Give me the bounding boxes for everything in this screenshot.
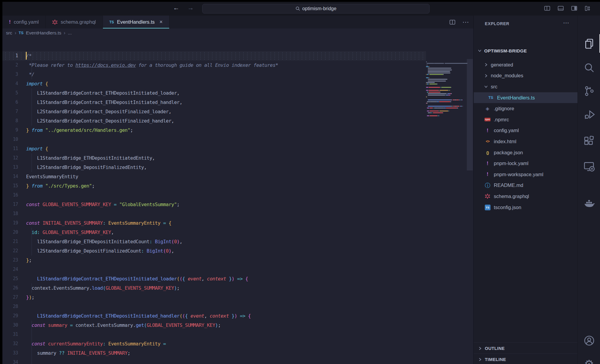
breadcrumb-item[interactable]: src xyxy=(6,30,12,36)
code-line-24[interactable] xyxy=(26,265,473,274)
customize-layout[interactable] xyxy=(584,5,591,12)
tree-item-.gitignore[interactable]: ◈.gitignore xyxy=(474,103,578,114)
breadcrumb-item[interactable]: ... xyxy=(68,30,72,36)
tree-item-config.yaml[interactable]: !config.yaml xyxy=(474,125,578,136)
minimap-line xyxy=(461,99,462,100)
code-line-34[interactable] xyxy=(26,358,473,364)
minimap-line xyxy=(447,93,450,94)
vertical-scrollbar[interactable] xyxy=(467,59,473,170)
split-editor-icon[interactable] xyxy=(449,19,456,25)
code-line-5[interactable]: L1StandardBridgeContract_ETHDepositIniti… xyxy=(26,88,473,98)
code-line-19[interactable]: const INITIAL_EVENTS_SUMMARY: EventsSumm… xyxy=(26,218,473,228)
minimap-line xyxy=(439,90,439,91)
code-line-8[interactable]: L2StandardBridgeContract_DepositFinalize… xyxy=(26,116,473,126)
activity-account[interactable] xyxy=(578,332,600,350)
tree-item-schema.graphql[interactable]: schema.graphql xyxy=(474,191,578,202)
tree-item-package.json[interactable]: {}package.json xyxy=(474,147,578,158)
activity-run-debug[interactable] xyxy=(578,105,600,123)
explorer-sidebar: EXPLORER ⋯ OPTIMISM-BRIDGE generatednode… xyxy=(473,16,578,364)
timeline-section[interactable]: TIMELINE xyxy=(474,354,578,364)
code-line-13[interactable]: L2StandardBridge_DepositFinalizedEntity, xyxy=(26,163,473,172)
code-line-31[interactable] xyxy=(26,330,473,339)
tree-item-tsconfig.json[interactable]: TStsconfig.json xyxy=(474,202,578,213)
code-line-22[interactable]: l2StandardBridge_DepositFinalizedCount: … xyxy=(26,246,473,256)
breadcrumb[interactable]: src›TSEventHandlers.ts›... xyxy=(6,28,72,37)
tree-item-.npmrc[interactable]: npm.npmrc xyxy=(474,114,578,125)
activity-settings[interactable]: ⚙ xyxy=(578,355,600,364)
tree-item-README.md[interactable]: ⓘREADME.md xyxy=(474,180,578,191)
chevron-right-icon xyxy=(484,73,488,78)
close-tab-icon[interactable]: × xyxy=(160,19,163,25)
minimap-line xyxy=(430,111,439,111)
nav-back-icon[interactable]: ← xyxy=(173,4,179,11)
code-line-23[interactable]: }; xyxy=(26,256,473,265)
minimap-line xyxy=(460,99,460,100)
tab-EventHandlers.ts[interactable]: TSEventHandlers.ts× xyxy=(103,16,170,28)
activity-docker[interactable] xyxy=(578,194,600,212)
toggle-panel[interactable] xyxy=(557,5,564,12)
code-line-14[interactable]: EventsSummaryEntity xyxy=(26,172,473,181)
code-line-4[interactable]: import { xyxy=(26,79,473,88)
line-number: 28 xyxy=(2,302,18,311)
code-line-21[interactable]: l1StandardBridge_ETHDepositInitiatedCoun… xyxy=(26,237,473,246)
code-line-12[interactable]: L1StandardBridge_ETHDepositInitiatedEnti… xyxy=(26,153,473,163)
code-line-29[interactable]: L1StandardBridgeContract_ETHDepositIniti… xyxy=(26,311,473,321)
nav-forward-icon[interactable]: → xyxy=(188,4,194,11)
tree-item-pnpm-workspace.yaml[interactable]: !pnpm-workspace.yaml xyxy=(474,169,578,180)
activity-search[interactable] xyxy=(578,59,600,77)
editor-actions: ⋯ xyxy=(449,16,469,28)
code-line-6[interactable]: L1StandardBridgeContract_ETHDepositIniti… xyxy=(26,98,473,107)
explorer-more-icon[interactable]: ⋯ xyxy=(563,19,569,26)
code-line-26[interactable]: context.EventsSummary.load(GLOBAL_EVENTS… xyxy=(26,283,473,293)
code-line-27[interactable]: }); xyxy=(26,293,473,302)
code-line-30[interactable]: const summary = context.EventsSummary.ge… xyxy=(26,321,473,330)
activity-source-control[interactable] xyxy=(578,82,600,100)
more-actions-icon[interactable]: ⋯ xyxy=(462,18,469,26)
code-line-33[interactable]: summary ?? INITIAL_EVENTS_SUMMARY; xyxy=(26,348,473,358)
title-bar: ← → optimism-bridge xyxy=(2,2,600,16)
code-line-15[interactable]: } from "./src/Types.gen"; xyxy=(26,181,473,191)
activity-remote-explorer[interactable] xyxy=(578,158,600,176)
code-line-16[interactable] xyxy=(26,191,473,200)
tree-item-generated[interactable]: generated xyxy=(474,59,578,70)
tree-item-pnpm-lock.yaml[interactable]: !pnpm-lock.yaml xyxy=(474,158,578,169)
toggle-left-layout[interactable] xyxy=(544,5,550,12)
code-line-7[interactable]: L2StandardBridgeContract_DepositFinalize… xyxy=(26,107,473,116)
tree-item-EventHandlers.ts[interactable]: TSEventHandlers.ts xyxy=(474,92,578,103)
minimap-line xyxy=(463,106,463,107)
toggle-right-sidebar[interactable] xyxy=(571,5,578,12)
tree-item-src[interactable]: src xyxy=(474,81,578,92)
code-line-11[interactable]: import { xyxy=(26,144,473,153)
tree-item-node_modules[interactable]: node_modules xyxy=(474,70,578,81)
editor-pane: !config.yamlschema.graphqlTSEventHandler… xyxy=(2,16,473,364)
code-line-2[interactable]: *Please refer to https://docs.envio.dev … xyxy=(26,61,473,70)
tab-config.yaml[interactable]: !config.yaml xyxy=(2,16,46,28)
minimap[interactable] xyxy=(426,61,468,145)
code-line-1[interactable]: /* xyxy=(26,51,473,61)
breadcrumb-item[interactable]: EventHandlers.ts xyxy=(26,30,61,36)
outline-section[interactable]: OUTLINE xyxy=(474,342,578,354)
code-editor[interactable]: 1234567891011121314151617181920212223242… xyxy=(2,37,473,364)
code-line-3[interactable]: */ xyxy=(26,70,473,79)
code-line-32[interactable]: const currentSummaryEntity: EventsSummar… xyxy=(26,339,473,348)
line-number: 33 xyxy=(2,348,18,358)
minimap-line xyxy=(427,84,429,84)
tab-schema.graphql[interactable]: schema.graphql xyxy=(46,16,103,28)
code-line-18[interactable] xyxy=(26,209,473,218)
code-line-28[interactable] xyxy=(26,302,473,311)
project-root-row[interactable]: OPTIMISM-BRIDGE xyxy=(474,45,578,56)
minimap-line xyxy=(445,95,446,96)
line-number: 24 xyxy=(2,265,18,274)
code-line-10[interactable] xyxy=(26,135,473,144)
tree-item-label: pnpm-workspace.yaml xyxy=(494,172,543,177)
json-icon: {} xyxy=(486,150,489,155)
code-line-17[interactable]: const GLOBAL_EVENTS_SUMMARY_KEY = "Globa… xyxy=(26,200,473,209)
tree-item-index.html[interactable]: <>index.html xyxy=(474,136,578,147)
activity-files[interactable] xyxy=(578,35,600,53)
command-center-search[interactable]: optimism-bridge xyxy=(202,4,430,13)
code-line-9[interactable]: } from "../generated/src/Handlers.gen"; xyxy=(26,126,473,135)
activity-extensions[interactable] xyxy=(578,132,600,150)
code-line-20[interactable]: id: GLOBAL_EVENTS_SUMMARY_KEY, xyxy=(26,228,473,237)
minimap-line xyxy=(434,108,437,108)
code-line-25[interactable]: L1StandardBridgeContract_ETHDepositIniti… xyxy=(26,274,473,283)
